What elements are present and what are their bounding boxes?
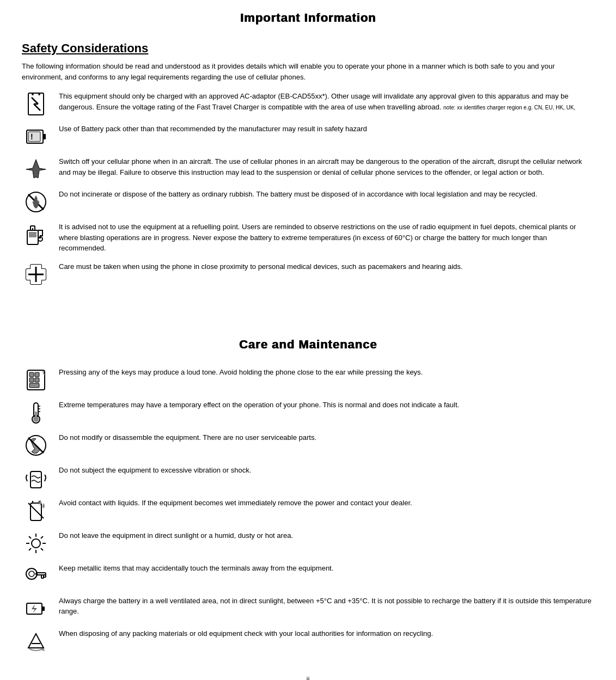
aircraft-text: Switch off your cellular phone when in a… [59, 156, 594, 177]
svg-line-49 [29, 548, 31, 550]
svg-line-47 [41, 548, 43, 550]
medical-text: Care must be taken when using the phone … [59, 261, 594, 272]
page-footer: ii [22, 675, 594, 681]
modify-text: Do not modify or disassemble the equipme… [59, 432, 594, 443]
svg-point-51 [29, 571, 34, 577]
safety-title: Safety Considerations [22, 41, 594, 56]
svg-line-46 [29, 536, 31, 538]
sunlight-icon [22, 530, 50, 555]
vibration-text: Do not subject the equipment to excessiv… [59, 465, 594, 476]
packing-text: When disposing of any packing materials … [59, 628, 594, 639]
liquids-text: Avoid contact with liquids. If the equip… [59, 498, 594, 509]
fuel-icon [22, 222, 50, 247]
modify-icon [22, 432, 50, 457]
keys-icon [22, 367, 50, 392]
page-title: Important Information [22, 11, 594, 25]
safety-item-fuel: It is advised not to use the equipment a… [22, 222, 594, 254]
dispose-text: Do not incinerate or dispose of the batt… [59, 189, 594, 200]
care-section: Care and Maintenance Pressing any of the… [22, 338, 594, 653]
aircraft-icon [22, 156, 50, 181]
charger-icon [22, 91, 50, 116]
svg-rect-25 [35, 372, 39, 377]
svg-rect-26 [29, 378, 34, 382]
svg-rect-28 [29, 383, 39, 388]
svg-rect-24 [29, 372, 34, 377]
svg-rect-13 [29, 232, 36, 237]
svg-rect-56 [42, 607, 45, 611]
svg-text:!: ! [31, 132, 33, 141]
packing-icon [22, 628, 50, 653]
battery-icon: ! [22, 124, 50, 149]
care-title: Care and Maintenance [22, 338, 594, 352]
temperature-text: Extreme temperatures may have a temporar… [59, 400, 594, 411]
fuel-text: It is advised not to use the equipment a… [59, 222, 594, 254]
care-item-modify: Do not modify or disassemble the equipme… [22, 432, 594, 457]
svg-point-32 [33, 416, 39, 422]
sunlight-text: Do not leave the equipment in direct sun… [59, 530, 594, 541]
svg-line-1 [32, 97, 38, 104]
care-item-temperature: Extreme temperatures may have a temporar… [22, 400, 594, 425]
metallic-text: Keep metallic items that may accidentall… [59, 563, 594, 574]
svg-point-41 [32, 539, 40, 548]
care-item-liquids: Avoid contact with liquids. If the equip… [22, 498, 594, 523]
metallic-icon [22, 563, 50, 588]
safety-item-medical: Care must be taken when using the phone … [22, 261, 594, 286]
svg-line-3 [34, 104, 40, 111]
safety-item-charger: This equipment should only be charged wi… [22, 91, 594, 116]
svg-rect-54 [44, 575, 46, 577]
medical-icon [22, 261, 50, 286]
svg-rect-7 [43, 134, 46, 139]
care-item-charge: Always charge the battery in a well vent… [22, 596, 594, 621]
safety-item-battery: ! Use of Battery pack other than that re… [22, 124, 594, 149]
svg-rect-27 [35, 378, 39, 382]
safety-section: Safety Considerations The following info… [22, 41, 594, 286]
svg-rect-38 [31, 471, 41, 488]
charge-icon [22, 596, 50, 621]
safety-intro: The following information should be read… [22, 61, 594, 82]
battery-text: Use of Battery pack other than that reco… [59, 124, 594, 134]
care-item-keys: Pressing any of the keys may produce a l… [22, 367, 594, 392]
keys-text: Pressing any of the keys may produce a l… [59, 367, 594, 378]
care-item-metallic: Keep metallic items that may accidentall… [22, 563, 594, 588]
svg-rect-39 [31, 503, 41, 520]
temperature-icon [22, 400, 50, 425]
safety-item-dispose: Do not incinerate or dispose of the batt… [22, 189, 594, 214]
vibration-icon [22, 465, 50, 490]
care-item-vibration: Do not subject the equipment to excessiv… [22, 465, 594, 490]
care-item-sunlight: Do not leave the equipment in direct sun… [22, 530, 594, 555]
liquids-icon [22, 498, 50, 523]
safety-item-aircraft: Switch off your cellular phone when in a… [22, 156, 594, 181]
svg-line-48 [41, 536, 43, 538]
care-item-packing: When disposing of any packing materials … [22, 628, 594, 653]
charger-text: This equipment should only be charged wi… [59, 91, 594, 112]
charge-text: Always charge the battery in a well vent… [59, 596, 594, 617]
dispose-icon [22, 189, 50, 214]
